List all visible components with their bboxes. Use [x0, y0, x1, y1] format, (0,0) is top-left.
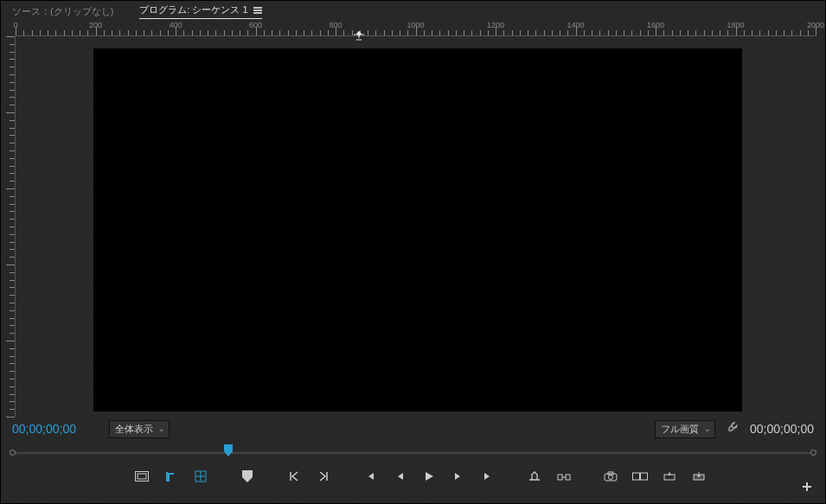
frame-forward-button[interactable] [446, 466, 471, 487]
safe-margins-button[interactable] [130, 466, 154, 487]
step-forward-button[interactable] [476, 466, 500, 487]
program-viewport[interactable] [93, 48, 742, 411]
panel-menu-icon[interactable] [253, 7, 262, 14]
go-to-in-button[interactable] [282, 466, 306, 487]
resolution-selected-label: フル画質 [661, 424, 699, 434]
go-to-out-button[interactable] [311, 466, 336, 487]
vertical-ruler[interactable] [0, 36, 16, 417]
resolution-select[interactable]: フル画質 ⌄ [655, 420, 715, 438]
info-row: 00;00;00;00 全体表示 ⌄ フル画質 ⌄ 00;00;00;00 [0, 417, 826, 441]
insert-button[interactable] [657, 466, 682, 487]
frame-back-button[interactable] [387, 466, 412, 487]
button-editor-button[interactable] [798, 478, 816, 495]
horizontal-ruler[interactable]: 0200400600800100012001400160018002000 [16, 21, 816, 36]
add-marker-button[interactable] [235, 466, 259, 487]
scrub-bar[interactable] [12, 444, 814, 462]
mark-in-button[interactable] [159, 466, 183, 487]
playhead-marker[interactable] [224, 444, 233, 456]
comparison-view-button[interactable] [628, 466, 652, 487]
mark-out-button[interactable] [189, 466, 213, 487]
zoom-select[interactable]: 全体表示 ⌄ [109, 420, 170, 438]
chevron-down-icon: ⌄ [158, 424, 165, 433]
lift-button[interactable] [522, 466, 547, 487]
step-back-button[interactable] [358, 466, 382, 487]
ruler-area: 0200400600800100012001400160018002000 [0, 21, 826, 417]
tab-program[interactable]: プログラム: シーケンス 1 [139, 3, 261, 19]
export-frame-button[interactable] [599, 466, 623, 487]
panel-tabs: ソース：(クリップなし) プログラム: シーケンス 1 [0, 0, 826, 21]
duration-timecode[interactable]: 00;00;00;00 [750, 422, 814, 436]
current-timecode[interactable]: 00;00;00;00 [12, 422, 99, 436]
svg-point-6 [609, 475, 613, 480]
svg-rect-3 [558, 475, 562, 480]
svg-rect-8 [633, 473, 640, 480]
play-button[interactable] [417, 466, 441, 487]
settings-button[interactable] [726, 421, 740, 437]
overwrite-button[interactable] [687, 466, 711, 487]
zoom-selected-label: 全体表示 [115, 424, 153, 434]
transport-controls [0, 462, 826, 491]
scrub-track [12, 452, 814, 454]
chevron-down-icon: ⌄ [704, 424, 711, 433]
svg-rect-9 [641, 473, 648, 480]
tab-label: ソース：(クリップなし) [12, 5, 113, 18]
extract-button[interactable] [552, 466, 576, 487]
tab-source[interactable]: ソース：(クリップなし) [12, 5, 113, 18]
scrub-start-handle[interactable] [10, 450, 16, 456]
svg-rect-4 [566, 475, 570, 480]
tab-label: プログラム: シーケンス 1 [139, 3, 247, 16]
scrub-end-handle[interactable] [810, 450, 816, 456]
ruler-playhead-indicator[interactable] [353, 31, 365, 40]
svg-rect-1 [138, 474, 146, 479]
